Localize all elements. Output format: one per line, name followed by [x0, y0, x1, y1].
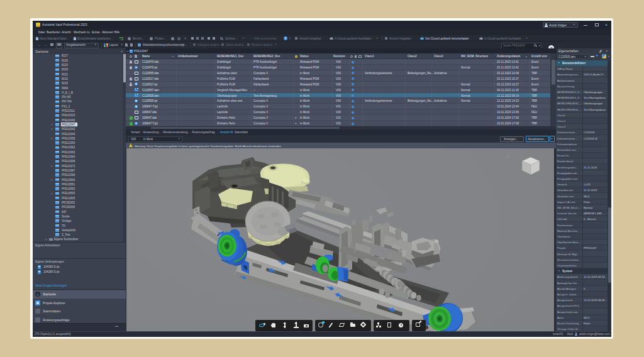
svg-text:⌂: ⌂ — [506, 153, 509, 159]
